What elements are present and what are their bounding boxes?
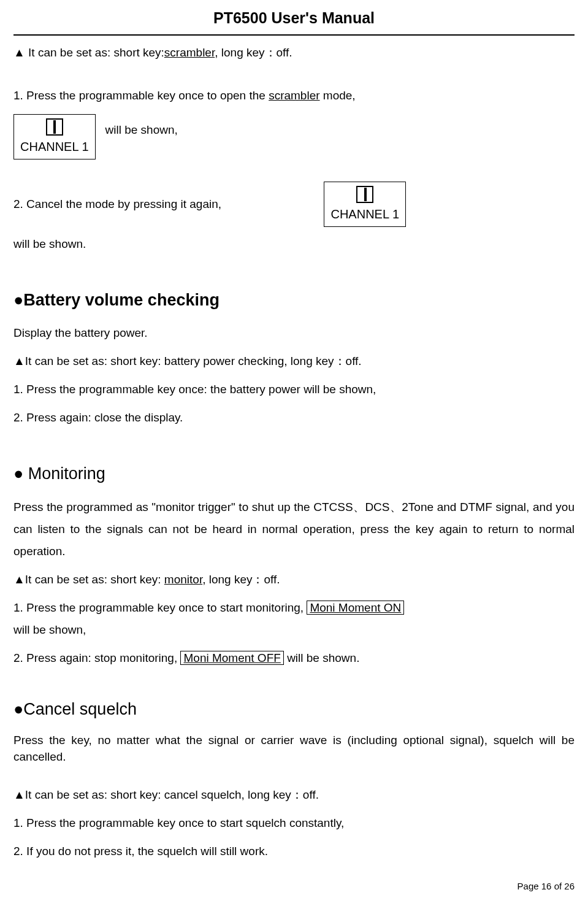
page: PT6500 User's Manual ▲ It can be set as:… (0, 0, 588, 906)
monitoring-l5: 2. Press again: stop monitoring, Moni Mo… (13, 647, 575, 669)
lcd-text-2: CHANNEL 1 (330, 207, 399, 221)
squelch-l2: ▲It can be set as: short key: cancel squ… (13, 784, 575, 806)
step2-row: 2. Cancel the mode by pressing it again,… (13, 182, 406, 227)
step1-underline: scrambler (269, 89, 319, 102)
monitoring-l5-suffix: will be shown. (284, 651, 360, 664)
squelch-l3: 1. Press the programmable key once to st… (13, 812, 575, 834)
monitoring-l2: ▲It can be set as: short key: monitor, l… (13, 569, 575, 591)
monitoring-heading: ● Monitoring (13, 458, 575, 489)
lcd-text-1: CHANNEL 1 (20, 139, 89, 154)
lcd-display-2: CHANNEL 1 (324, 182, 406, 227)
battery-l1: Display the battery power. (13, 322, 575, 344)
monitoring-l3: 1. Press the programmable key once to st… (13, 597, 575, 619)
triangle-up-icon: ▲ It can be set as: short key: (13, 42, 164, 64)
step1-line: 1. Press the programmable key once to op… (13, 85, 575, 107)
monitoring-p1: Press the programmed as "monitor trigger… (13, 496, 575, 562)
scrambler-intro-line: ▲ It can be set as: short key: scrambler… (13, 42, 575, 64)
step2-after: will be shown. (13, 233, 575, 255)
step1-after-lcd: will be shown, (105, 114, 178, 141)
step1-suffix: mode, (320, 89, 356, 102)
monitoring-l2-suffix: , long key：off. (202, 573, 280, 586)
battery-l3: 1. Press the programmable key once: the … (13, 378, 575, 401)
step1-row: CHANNEL 1 will be shown, (13, 114, 575, 159)
intro-suffix: , long key：off. (215, 46, 292, 59)
monitoring-l3-prefix: 1. Press the programmable key once to st… (13, 601, 307, 614)
battery-heading: ●Battery volume checking (13, 285, 575, 316)
monitoring-l5-prefix: 2. Press again: stop monitoring, (13, 651, 180, 664)
moni-off-box: Moni Moment OFF (180, 651, 283, 665)
document-title: PT6500 User's Manual (13, 4, 575, 36)
monitoring-l2-prefix: ▲It can be set as: short key: (13, 573, 164, 586)
battery-l2: ▲It can be set as: short key: battery po… (13, 350, 575, 372)
scrambler-word: scrambler (164, 46, 215, 59)
monitoring-l2-underline: monitor (164, 573, 202, 586)
squelch-p1: Press the key, no matter what the signal… (13, 732, 575, 766)
step2-before: 2. Cancel the mode by pressing it again, (13, 193, 221, 215)
monitoring-l4: will be shown, (13, 619, 575, 641)
page-number: Page 16 of 26 (517, 878, 575, 896)
lcd-display-1: CHANNEL 1 (13, 114, 96, 159)
step1-prefix: 1. Press the programmable key once to op… (13, 89, 269, 102)
squelch-heading: ●Cancel squelch (13, 694, 575, 725)
squelch-l4: 2. If you do not press it, the squelch w… (13, 840, 575, 862)
battery-l4: 2. Press again: close the display. (13, 407, 575, 429)
moni-on-box: Moni Moment ON (307, 601, 404, 615)
antenna-icon (46, 118, 63, 136)
antenna-icon (356, 186, 373, 203)
